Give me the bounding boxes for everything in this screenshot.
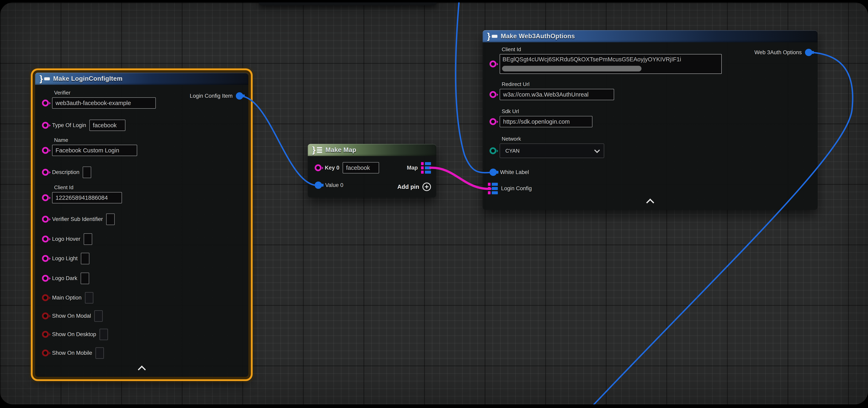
field-verifier-sub-identifier: Verifier Sub Identifier (42, 213, 115, 225)
show-on-desktop-checkbox[interactable] (99, 329, 108, 340)
output-map: Map (407, 162, 431, 174)
graph-canvas[interactable]: } Make LoginConfigItem Login Config Item… (0, 2, 868, 404)
field-show-on-mobile: Show On Mobile (42, 347, 104, 359)
field-logo-hover: Logo Hover (42, 233, 92, 245)
field-logo-dark: Logo Dark (42, 272, 89, 284)
string-pin[interactable] (490, 118, 496, 125)
node-header[interactable]: } Make Web3AuthOptions (483, 30, 817, 42)
field-show-on-desktop: Show On Desktop (42, 328, 108, 340)
field-network: Network CYAN (490, 136, 604, 158)
string-pin[interactable] (490, 61, 496, 67)
field-key-0: Key 0 (315, 162, 379, 174)
string-pin[interactable] (42, 275, 49, 282)
node-make-loginconfigitem[interactable]: } Make LoginConfigItem Login Config Item… (35, 73, 248, 377)
string-pin[interactable] (42, 147, 49, 154)
verifier-input[interactable] (52, 97, 156, 109)
node-header[interactable]: } Make LoginConfigItem (35, 73, 248, 85)
field-show-on-modal: Show On Modal (42, 310, 103, 322)
field-label: Client Id (54, 184, 122, 191)
node-title: Make Map (326, 146, 356, 154)
field-label: Name (54, 137, 137, 143)
value-0-pin[interactable] (315, 181, 322, 189)
field-login-config: Login Config (488, 182, 532, 195)
field-client-id: Client Id BEglQSgt4cUWcj6SKRdu5QkOXTsePm… (490, 46, 722, 74)
network-dropdown[interactable]: CYAN (500, 143, 604, 158)
string-pin[interactable] (315, 164, 321, 171)
field-redirect-url: Redirect Url (490, 81, 614, 100)
field-label: Sdk Url (502, 108, 592, 114)
field-type-of-login: Type Of Login (42, 119, 125, 131)
wire-map-to-loginconfig[interactable] (430, 168, 490, 189)
field-white-label: White Label (490, 166, 529, 178)
description-input[interactable] (83, 167, 91, 178)
output-pin-struct[interactable] (805, 49, 812, 56)
name-input[interactable] (52, 145, 137, 156)
field-sdk-url: Sdk Url (490, 108, 592, 127)
string-pin[interactable] (42, 236, 49, 242)
login-config-map-pin[interactable] (488, 183, 498, 194)
key-0-input[interactable] (343, 162, 379, 173)
node-make-map[interactable]: } Make Map Key 0 Map Value 0 Add pin (308, 144, 436, 198)
output-login-config-item: Login Config Item (190, 90, 243, 102)
field-value-0: Value 0 (315, 179, 343, 191)
node-title: Make Web3AuthOptions (501, 33, 575, 40)
string-pin[interactable] (42, 169, 49, 176)
field-description: Description (42, 166, 91, 178)
bool-pin[interactable] (42, 312, 49, 319)
string-pin[interactable] (42, 122, 49, 129)
collapse-chevron-icon[interactable] (138, 366, 146, 374)
field-logo-light: Logo Light (42, 252, 89, 265)
logo-hover-input[interactable] (84, 233, 92, 245)
wire-loginconfigitem-to-value0[interactable] (240, 96, 317, 185)
client-id-textarea[interactable]: BEglQSgt4cUWcj6SKRdu5QkOXTsePmMcusG5EAoy… (500, 54, 722, 74)
verifier-sub-identifier-input[interactable] (106, 213, 115, 225)
plus-circle-icon (423, 182, 431, 191)
field-name: Name (42, 137, 137, 156)
redirect-url-input[interactable] (500, 89, 614, 100)
logo-light-input[interactable] (81, 253, 89, 264)
node-title: Make LoginConfigItem (53, 75, 122, 82)
field-label: Verifier (54, 90, 156, 96)
node-header[interactable]: } Make Map (308, 144, 436, 156)
string-pin[interactable] (42, 255, 49, 262)
white-label-pin[interactable] (490, 169, 497, 176)
field-client-id: Client Id (42, 184, 122, 203)
main-option-checkbox[interactable] (85, 292, 93, 304)
field-label: Client Id (502, 46, 722, 53)
make-struct-icon: } (487, 32, 497, 40)
enum-pin[interactable] (490, 147, 496, 154)
type-of-login-input[interactable] (89, 120, 125, 131)
output-pin-struct[interactable] (236, 92, 243, 100)
make-struct-icon: } (39, 75, 50, 83)
collapse-chevron-icon[interactable] (646, 199, 654, 207)
string-pin[interactable] (42, 194, 49, 201)
node-make-web3authoptions[interactable]: } Make Web3AuthOptions Web 3Auth Options… (483, 30, 817, 210)
output-pin-label: Login Config Item (190, 93, 232, 99)
field-label: Redirect Url (502, 81, 614, 88)
logo-dark-input[interactable] (81, 273, 89, 284)
bool-pin[interactable] (42, 331, 49, 338)
sdk-url-input[interactable] (500, 116, 592, 127)
chevron-down-icon (594, 147, 600, 153)
add-pin-button[interactable]: Add pin (397, 181, 431, 193)
field-verifier: Verifier (42, 90, 156, 109)
blueprint-editor: } Make LoginConfigItem Login Config Item… (0, 0, 868, 408)
string-pin[interactable] (490, 91, 496, 98)
field-label: Network (502, 136, 604, 142)
show-on-modal-checkbox[interactable] (94, 310, 103, 322)
field-main-option: Main Option (42, 292, 93, 304)
string-pin[interactable] (42, 216, 49, 223)
output-web3auth-options: Web 3Auth Options (754, 46, 812, 59)
map-pin[interactable] (421, 162, 431, 174)
make-map-icon: } (312, 146, 322, 154)
show-on-mobile-checkbox[interactable] (95, 347, 104, 359)
client-id-input[interactable] (52, 192, 122, 203)
bool-pin[interactable] (42, 294, 49, 301)
string-pin[interactable] (42, 100, 49, 106)
horizontal-scrollbar[interactable] (502, 66, 642, 71)
bool-pin[interactable] (42, 349, 49, 356)
offscreen-node-bottom-edge[interactable] (259, 2, 437, 5)
